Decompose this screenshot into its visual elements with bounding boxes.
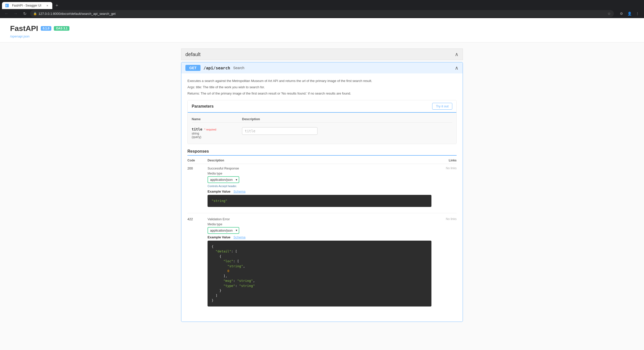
openapi-link[interactable]: /openapi.json <box>10 34 29 38</box>
col-links-header: Links <box>431 159 457 162</box>
refresh-button[interactable]: ↻ <box>21 10 28 17</box>
main-content: default ∧ GET /api/search Search ∧ Execu… <box>171 42 473 328</box>
schema-tab-422[interactable]: Schema <box>233 235 246 239</box>
responses-title: Responses <box>187 149 457 156</box>
col-code-header: Code <box>187 159 208 162</box>
param-required: * required <box>204 128 216 131</box>
back-button[interactable]: ← <box>3 10 10 17</box>
method-badge: GET <box>185 65 200 71</box>
description-line-3: Returns: The url of the primary image of… <box>187 91 457 96</box>
browser-actions: ⚙ 👤 ⋮ <box>618 10 641 17</box>
tab-favicon: F <box>5 4 9 8</box>
media-type-label-422: Media type <box>208 223 431 226</box>
param-row-title: title * required string (query) <box>192 125 452 141</box>
response-desc-200: Successful Response Media type applicati… <box>208 166 431 207</box>
media-type-select-200[interactable]: application/json <box>208 176 239 183</box>
tab-close-button[interactable]: ✕ <box>45 4 49 8</box>
params-table: Name Description title * required string… <box>188 113 456 144</box>
browser-chrome: F FastAPI - Swagger UI ✕ + ← → ↻ 🔒 127.0… <box>0 0 644 18</box>
address-bar[interactable]: 🔒 127.0.0.1:8000/docs#/default/search_ap… <box>30 10 614 17</box>
col-desc-header: Description <box>242 117 452 121</box>
responses-col-headers: Code Description Links <box>187 159 457 164</box>
params-title: Parameters <box>192 104 214 109</box>
example-value-tab-422[interactable]: Example Value <box>208 235 230 239</box>
param-location: (query) <box>192 135 242 139</box>
example-value-tab-200[interactable]: Example Value <box>208 190 230 193</box>
col-name-header: Name <box>192 117 242 121</box>
response-desc-422: Validation Error Media type application/… <box>208 217 431 307</box>
example-value-tabs-422: Example Value Schema <box>208 235 431 239</box>
media-type-select-wrapper-200: application/json <box>208 176 239 183</box>
profile-button[interactable]: 👤 <box>626 10 633 17</box>
swagger-header: FastAPI 0.1.0 OAS 3.1 /openapi.json <box>0 18 644 42</box>
section-chevron-icon: ∧ <box>455 51 459 57</box>
menu-button[interactable]: ⋮ <box>634 10 641 17</box>
endpoint-summary: Search <box>233 66 244 70</box>
response-links-200: No links <box>431 166 457 170</box>
tab-bar: F FastAPI - Swagger UI ✕ + <box>0 0 644 9</box>
extensions-button[interactable]: ⚙ <box>618 10 625 17</box>
section-header[interactable]: default ∧ <box>181 49 463 60</box>
endpoint-body: Executes a search against the Metropolit… <box>181 73 463 322</box>
endpoint-header[interactable]: GET /api/search Search ∧ <box>181 62 463 73</box>
responses-section: Responses Code Description Links 200 Suc… <box>187 149 457 313</box>
param-name: title <box>192 127 202 131</box>
param-name-col: title * required string (query) <box>192 127 242 139</box>
parameters-section: Parameters Try it out Name Description t… <box>187 100 457 144</box>
bookmark-icon: ☆ <box>608 12 611 16</box>
response-200-header: 200 Successful Response Media type appli… <box>187 166 457 207</box>
response-desc-title-200: Successful Response <box>208 166 431 170</box>
response-desc-title-422: Validation Error <box>208 217 431 221</box>
response-code-200: 200 <box>187 166 208 170</box>
section-title: default <box>185 52 200 57</box>
params-header: Parameters Try it out <box>188 100 456 113</box>
try-it-out-button[interactable]: Try it out <box>432 103 452 110</box>
title-input[interactable] <box>242 127 317 135</box>
swagger-title: FastAPI <box>10 24 38 33</box>
active-tab[interactable]: F FastAPI - Swagger UI ✕ <box>2 2 52 9</box>
endpoint-description: Executes a search against the Metropolit… <box>187 78 457 96</box>
address-bar-row: ← → ↻ 🔒 127.0.0.1:8000/docs#/default/sea… <box>0 9 644 18</box>
col-rdesc-header: Description <box>208 159 431 162</box>
page-content: FastAPI 0.1.0 OAS 3.1 /openapi.json defa… <box>0 18 644 350</box>
swagger-title-row: FastAPI 0.1.0 OAS 3.1 <box>10 24 634 33</box>
description-line-2: Args: title: The title of the work you w… <box>187 85 457 90</box>
controls-text-200: Controls Accept header. <box>208 185 431 188</box>
description-line-1: Executes a search against the Metropolit… <box>187 78 457 84</box>
code-content-422: { "detail": [ { "loc": [ "string", 0 ], … <box>212 245 255 302</box>
url-text: 127.0.0.1:8000/docs#/default/search_api_… <box>38 12 115 16</box>
media-type-select-wrapper-422: application/json <box>208 227 239 234</box>
params-table-header: Name Description <box>192 116 452 123</box>
response-item-200: 200 Successful Response Media type appli… <box>187 166 457 213</box>
schema-tab-200[interactable]: Schema <box>233 190 246 193</box>
media-type-label-200: Media type <box>208 172 431 175</box>
response-code-422: 422 <box>187 217 208 221</box>
endpoint-block: GET /api/search Search ∧ Executes a sear… <box>181 62 463 322</box>
code-content-200: "string" <box>212 199 227 203</box>
response-links-422: No links <box>431 217 457 221</box>
param-type: string <box>192 132 242 135</box>
code-block-422: { "detail": [ { "loc": [ "string", 0 ], … <box>208 241 431 307</box>
response-item-422: 422 Validation Error Media type applicat… <box>187 217 457 313</box>
tab-title: FastAPI - Swagger UI <box>12 4 41 7</box>
media-type-select-422[interactable]: application/json <box>208 227 239 234</box>
param-desc-col <box>242 127 452 135</box>
new-tab-button[interactable]: + <box>53 2 60 9</box>
response-422-header: 422 Validation Error Media type applicat… <box>187 217 457 307</box>
lock-icon: 🔒 <box>33 12 37 15</box>
forward-button[interactable]: → <box>12 10 19 17</box>
svg-text:F: F <box>6 5 7 7</box>
oas-badge: OAS 3.1 <box>54 26 69 31</box>
endpoint-path: /api/search <box>204 66 230 70</box>
example-value-tabs-200: Example Value Schema <box>208 190 431 193</box>
code-block-200: "string" <box>208 195 431 207</box>
version-badge: 0.1.0 <box>41 26 52 31</box>
endpoint-collapse-icon: ∧ <box>455 65 459 71</box>
